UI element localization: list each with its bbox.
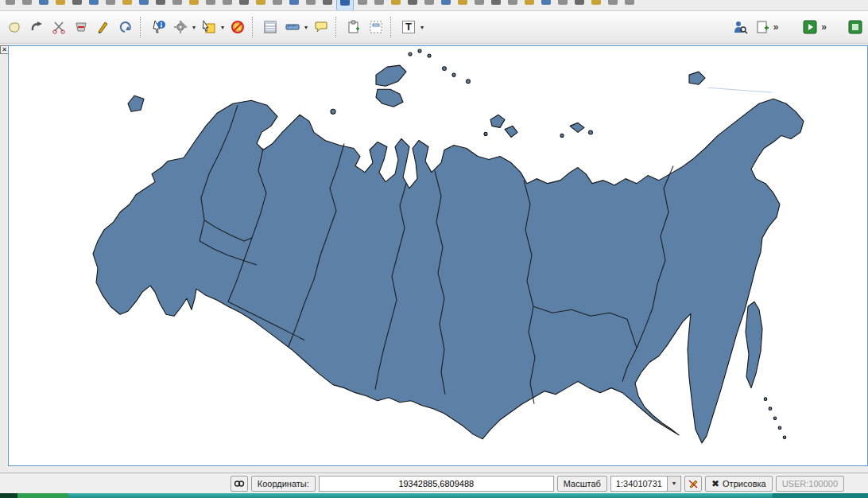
scale-value: 1:34010731 [611, 479, 667, 488]
text-annotation-glyph: T [402, 21, 415, 33]
render-checkbox[interactable]: ✖ Отрисовка [705, 476, 773, 492]
toolbar-row2: ▾ ▾ ▾ T ▾ » » [0, 11, 868, 44]
toolbar-icon-stub[interactable] [488, 0, 504, 10]
scale-label: Масштаб [557, 476, 607, 492]
toolbar-icon-stub[interactable] [471, 0, 487, 10]
toolbar-icon-stub[interactable] [572, 0, 587, 10]
status-bar: Координаты: Масштаб 1:34010731 ▼ ✖ Отрис… [0, 473, 868, 493]
toolbar-icon-stub[interactable] [588, 0, 604, 10]
toolbar-icon-stub[interactable] [236, 0, 252, 10]
delete-part-icon[interactable] [70, 16, 92, 38]
island-new-siberian [570, 123, 584, 132]
toolbar-icon-stub[interactable] [219, 0, 235, 10]
run-feature-action-icon[interactable] [799, 16, 821, 38]
toolbar-icon-stub[interactable] [622, 0, 637, 10]
toolbar-icon-stub[interactable] [119, 0, 135, 10]
island-severnaya-zemlya [490, 115, 505, 127]
crs-status[interactable]: USER:100000 [776, 476, 844, 492]
taskbar-segment [68, 493, 773, 498]
island-wrangel [689, 72, 705, 84]
manage-plugins-icon[interactable] [844, 16, 866, 38]
move-feature-icon[interactable] [25, 16, 48, 38]
reshape-feature-icon[interactable] [92, 16, 114, 38]
tool-pan-selected[interactable] [336, 0, 354, 11]
metasearch-icon[interactable] [729, 16, 751, 38]
island-severnaya-zemlya-2 [505, 126, 517, 137]
toolbar-separator [390, 17, 394, 37]
mouse-position-icon[interactable] [231, 476, 248, 492]
toolbar-icon-stub[interactable] [388, 0, 404, 10]
render-check-icon: ✖ [711, 478, 719, 489]
toolbar-icon-stub[interactable] [555, 0, 571, 10]
toolbar-icon-stub[interactable] [521, 0, 537, 10]
undo-icon[interactable] [114, 16, 137, 38]
identify-icon[interactable] [147, 16, 169, 38]
gear-icon[interactable] [169, 16, 192, 38]
toolbar-icon-stub[interactable] [169, 0, 185, 10]
feature-blob-icon[interactable] [3, 16, 25, 38]
island-novaya-zemlya-south [376, 89, 403, 107]
toolbar-icon-stub[interactable] [505, 0, 521, 10]
new-layout-icon[interactable] [751, 16, 773, 38]
scale-dropdown-icon[interactable]: ▼ [667, 477, 680, 491]
taskbar-tray-segment [773, 493, 868, 498]
toolbar-overflow-icon-2[interactable]: » [821, 21, 827, 33]
toolbar-icon-stub[interactable] [303, 0, 319, 10]
render-label: Отрисовка [723, 478, 766, 489]
toolbar-icon-stub[interactable] [86, 0, 102, 10]
toolbar-icon-stub[interactable] [2, 0, 18, 10]
toolbar-icon-stub[interactable] [203, 0, 219, 10]
toolbar-icon-stub[interactable] [355, 0, 370, 10]
deselect-features-icon[interactable] [227, 16, 249, 38]
toolbar-icon-stub[interactable] [103, 0, 118, 10]
scale-combo[interactable]: 1:34010731 ▼ [610, 476, 681, 492]
russia-mainland [93, 99, 804, 443]
island-kaliningrad [128, 95, 144, 111]
coordinates-label[interactable]: Координаты: [251, 476, 316, 492]
toolbar-right-cluster: » » [729, 16, 868, 38]
toolbar-icon-stub[interactable] [19, 0, 35, 10]
toolbar-icon-stub[interactable] [605, 0, 621, 10]
form-annotation-icon[interactable] [365, 16, 387, 38]
toolbar-icon-stub[interactable] [69, 0, 85, 10]
stop-render-icon[interactable] [684, 476, 702, 492]
measure-icon[interactable] [281, 16, 304, 38]
taskbar[interactable] [0, 493, 868, 498]
map-canvas[interactable] [8, 45, 868, 466]
toolbar-separator [252, 17, 256, 37]
toolbar-icon-stub[interactable] [438, 0, 454, 10]
toolbar-icon-stub[interactable] [286, 0, 302, 10]
toolbar-separator [335, 17, 339, 37]
toolbar-icon-stub[interactable] [36, 0, 52, 10]
toolbar-icon-stub[interactable] [421, 0, 437, 10]
toolbar-icon-stub[interactable] [455, 0, 471, 10]
map-tips-icon[interactable] [310, 16, 332, 38]
toolbar-icon-stub[interactable] [538, 0, 554, 10]
coordinates-input[interactable] [319, 476, 554, 492]
toolbar-icon-stub[interactable] [52, 0, 68, 10]
toolbar-icon-stub[interactable] [269, 0, 285, 10]
toolbar-icon-stub[interactable] [405, 0, 420, 10]
toolbar-overflow-icon[interactable]: » [773, 21, 779, 33]
russia-land [93, 49, 804, 443]
left-panel-strip [0, 44, 8, 473]
taskbar-segment [17, 493, 68, 498]
toolbar-icon-stub[interactable] [136, 0, 152, 10]
island-sakhalin [746, 302, 762, 387]
toolbar-icon-stub[interactable] [371, 0, 387, 10]
toolbar-icon-stub[interactable] [186, 0, 202, 10]
text-annotation-icon[interactable]: T [397, 16, 420, 38]
toolbar-icon-stub[interactable] [320, 0, 335, 10]
island-novaya-zemlya-north [376, 65, 406, 86]
map-svg [9, 46, 867, 465]
taskbar-start-segment[interactable] [0, 493, 17, 498]
toolbar-separator [140, 17, 144, 37]
select-features-icon[interactable] [198, 16, 220, 38]
toolbar-icon-stub[interactable] [153, 0, 169, 10]
toolbar-icon-stub[interactable] [253, 0, 269, 10]
copy-annotation-icon[interactable] [343, 16, 365, 38]
toolbar-row1[interactable] [0, 0, 868, 11]
split-features-icon[interactable] [48, 16, 70, 38]
attribute-table-icon[interactable] [259, 16, 281, 38]
